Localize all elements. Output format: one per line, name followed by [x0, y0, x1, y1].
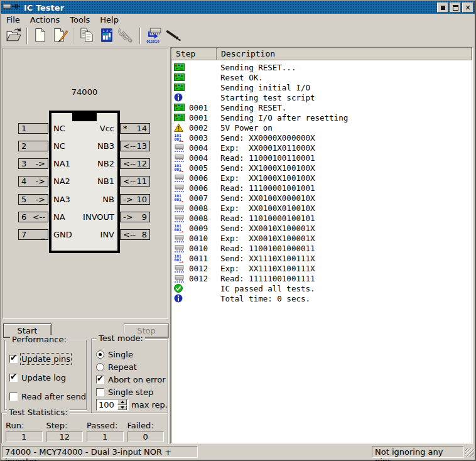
- spin-up-button[interactable]: [117, 399, 127, 405]
- stat-label-run: Run:: [6, 421, 43, 431]
- menu-file[interactable]: File: [1, 14, 25, 25]
- pin-number: 5: [21, 195, 26, 203]
- log-row[interactable]: 1010010003Send: XX0000X000000X: [171, 133, 472, 143]
- log-row[interactable]: Total time: 0 secs.: [171, 293, 472, 303]
- log-description: Exp: XX1000X100100X: [217, 173, 472, 183]
- log-row[interactable]: 0004Exp: XX0001X011000X: [171, 143, 472, 153]
- pin-2[interactable]: 2: [18, 141, 48, 151]
- log-description: Total time: 0 secs.: [217, 294, 472, 303]
- maximize-button[interactable]: [450, 3, 461, 13]
- log-row[interactable]: Sending initial I/O: [171, 82, 472, 92]
- pin-6[interactable]: 6<--: [18, 212, 48, 222]
- pin-5[interactable]: 5->: [18, 194, 48, 205]
- log-description: IC passed all tests.: [217, 284, 472, 293]
- pin-direction: _: [26, 230, 45, 239]
- log-row[interactable]: 0006Exp: XX1000X100100X: [171, 173, 472, 183]
- pin-4[interactable]: 4->: [18, 176, 48, 187]
- open-button[interactable]: [4, 26, 24, 46]
- log-row[interactable]: 0008Exp: XX0100X010010X: [171, 203, 472, 213]
- test-ic-icon: 011010: [144, 26, 163, 46]
- spin-down-button[interactable]: [117, 405, 127, 411]
- log-row[interactable]: 0010Read: 11001001000011: [171, 243, 472, 253]
- pin-direction: <--: [123, 177, 136, 185]
- log-row[interactable]: Reset OK.: [171, 72, 472, 82]
- log-description: Sending RESET.: [217, 103, 472, 112]
- menu-actions[interactable]: Actions: [25, 14, 65, 25]
- checkbox-update-log[interactable]: ✔Update log: [9, 372, 86, 383]
- close-button[interactable]: ✕: [462, 3, 473, 13]
- dip-switch-button[interactable]: 1 2 3: [97, 26, 117, 46]
- log-row[interactable]: 1010010007Send: XX0100X000010X: [171, 193, 472, 203]
- pin-8[interactable]: <--8: [120, 229, 150, 240]
- log-row[interactable]: Starting test script: [171, 92, 472, 102]
- pin-7[interactable]: 7_: [18, 229, 48, 240]
- log-row[interactable]: 0012Exp: XX1110X100111X: [171, 263, 472, 273]
- pin-number: 13: [136, 142, 147, 150]
- copy-button[interactable]: [77, 26, 97, 46]
- svg-text:001: 001: [175, 197, 181, 202]
- pin-13[interactable]: <--13: [120, 141, 150, 151]
- pin-9[interactable]: ->9: [120, 212, 150, 222]
- settings-button[interactable]: [117, 26, 137, 46]
- test-ic-button[interactable]: 011010: [143, 26, 163, 46]
- toolbar: 1 2 3011010: [1, 25, 475, 47]
- log-row[interactable]: 0012Read: 11111001001111: [171, 273, 472, 283]
- log-row[interactable]: 0004Read: 11000100110001: [171, 153, 472, 163]
- close-icon: ✕: [465, 4, 470, 11]
- menu-bar: FileActionsToolsHelp: [1, 14, 475, 25]
- pin-label-nb1: NB1: [97, 176, 114, 187]
- checkbox-update-pins[interactable]: ✔Update pins: [9, 354, 86, 364]
- probe-button[interactable]: [163, 26, 183, 46]
- log-row[interactable]: Sending RESET...: [171, 62, 472, 72]
- log-row[interactable]: 0010Exp: XX0010X100001X: [171, 233, 472, 243]
- edit-button[interactable]: [50, 26, 70, 46]
- info-icon: [174, 294, 189, 303]
- resize-grip-icon[interactable]: [465, 448, 474, 457]
- log-row[interactable]: 0006Read: 11100001001001: [171, 183, 472, 193]
- log-description: Send: XX1000X100100X: [217, 163, 472, 173]
- open-icon: [5, 26, 23, 46]
- log-row[interactable]: 1010010011Send: XX1110X100111X: [171, 253, 472, 263]
- pin-3[interactable]: 3->: [18, 158, 48, 169]
- title-bar[interactable]: IC Tester ✕: [1, 1, 475, 14]
- new-button[interactable]: [30, 26, 50, 46]
- radio-repeat[interactable]: Repeat: [96, 362, 165, 372]
- checkbox-read-after-send[interactable]: Read after send: [9, 391, 86, 402]
- pin-14[interactable]: *14: [120, 123, 150, 134]
- status-bar: 74000 - MCY74000 - Dual 3-input NOR + in…: [1, 445, 475, 458]
- log-row[interactable]: 1010010009Send: XX0010X100001X: [171, 223, 472, 233]
- pin-12[interactable]: <--12: [120, 158, 150, 169]
- pin-11[interactable]: <--11: [120, 176, 150, 187]
- max-rep-input[interactable]: [97, 399, 117, 410]
- log-row[interactable]: IC passed all tests.: [171, 283, 472, 293]
- pin-1[interactable]: 1: [18, 123, 48, 134]
- max-rep-spinbox[interactable]: [96, 399, 129, 411]
- log-row[interactable]: 1010010005Send: XX1000X100100X: [171, 163, 472, 173]
- pin-number: 8: [142, 230, 147, 239]
- pin-10[interactable]: ->10: [120, 194, 150, 205]
- checkbox-abort-on-error[interactable]: ✔Abort on error: [96, 374, 165, 385]
- stat-label-step: Step:: [46, 421, 84, 431]
- checkbox-single-step[interactable]: Single step: [96, 387, 165, 398]
- log-step: 0001: [189, 113, 217, 122]
- radio-dot-icon: [99, 353, 102, 356]
- pin-direction: ->: [26, 160, 45, 168]
- minimize-button[interactable]: [437, 3, 448, 13]
- log-row[interactable]: 0008Read: 11010000100101: [171, 213, 472, 223]
- pin-direction: ->: [123, 213, 142, 221]
- column-header-description[interactable]: Description: [217, 48, 472, 60]
- pin-number: 11: [136, 177, 147, 185]
- settings-icon: [118, 26, 136, 46]
- log-step: 0003: [189, 133, 217, 143]
- radio-single[interactable]: Single: [96, 349, 165, 360]
- checkbox-label: Single step: [108, 388, 153, 397]
- column-header-step[interactable]: Step: [171, 48, 217, 60]
- menu-help[interactable]: Help: [95, 14, 124, 25]
- menu-tools[interactable]: Tools: [65, 14, 95, 25]
- new-icon: [32, 27, 48, 45]
- log-description: Send: XX0010X100001X: [217, 224, 472, 233]
- svg-text:001: 001: [175, 137, 181, 141]
- log-row[interactable]: 00025V Power on: [171, 122, 472, 133]
- log-row[interactable]: 0001Sending RESET.: [171, 102, 472, 112]
- log-row[interactable]: 0001Sending I/O after resetting: [171, 112, 472, 122]
